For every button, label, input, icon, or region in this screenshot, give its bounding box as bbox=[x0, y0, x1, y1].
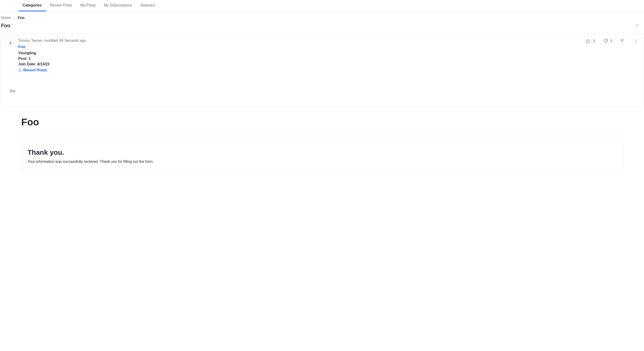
page-title: Foo bbox=[1, 23, 10, 29]
user-icon bbox=[8, 41, 12, 44]
post-join-date: Join Date: 4/13/23 bbox=[18, 62, 582, 66]
downvote-count: 0 bbox=[610, 39, 612, 43]
tab-my-posts[interactable]: My Posts bbox=[76, 0, 100, 11]
post-actions: 0 0 bbox=[586, 38, 638, 44]
breadcrumb-home-link[interactable]: Home bbox=[1, 16, 11, 20]
svg-point-0 bbox=[19, 69, 21, 71]
tab-recent-posts[interactable]: Recent Posts bbox=[46, 0, 76, 11]
search-icon bbox=[18, 68, 22, 72]
flag-button[interactable] bbox=[621, 38, 625, 44]
divider bbox=[21, 133, 623, 134]
tabs-navigation: Categories Recent Posts My Posts My Subs… bbox=[0, 0, 644, 12]
chevron-right-icon bbox=[13, 16, 16, 20]
svg-line-1 bbox=[21, 71, 22, 72]
thank-you-text: Your information was successfully receiv… bbox=[28, 160, 616, 164]
upvote-count: 0 bbox=[593, 39, 595, 43]
page-header: Foo bbox=[0, 22, 644, 34]
tab-categories[interactable]: Categories bbox=[18, 0, 46, 11]
form-heading: Foo bbox=[21, 116, 623, 128]
post-header: Tommy Tanner, modified 48 Seconds ago. F… bbox=[6, 38, 638, 73]
thumbs-down-icon bbox=[603, 39, 608, 44]
post-more-options-icon[interactable] bbox=[633, 39, 638, 44]
upvote-button[interactable]: 0 bbox=[586, 39, 595, 44]
post-count: Post: 1 bbox=[18, 56, 582, 61]
recent-posts-label: Recent Posts bbox=[23, 68, 47, 72]
recent-posts-link[interactable]: Recent Posts bbox=[18, 68, 47, 72]
thank-you-card: Thank you. Your information was successf… bbox=[21, 142, 623, 171]
post-byline: Tommy Tanner, modified 48 Seconds ago. bbox=[18, 38, 582, 43]
downvote-button[interactable]: 0 bbox=[603, 39, 612, 44]
breadcrumb-current: Foo bbox=[18, 16, 24, 20]
post-meta: Tommy Tanner, modified 48 Seconds ago. F… bbox=[18, 38, 582, 73]
avatar[interactable] bbox=[6, 38, 14, 47]
form-section: Foo Thank you. Your information was succ… bbox=[0, 108, 644, 171]
post-card: Tommy Tanner, modified 48 Seconds ago. F… bbox=[0, 34, 644, 108]
post-rank: Youngling bbox=[18, 51, 582, 55]
thumbs-up-icon bbox=[586, 39, 591, 44]
post-content: Bar bbox=[6, 89, 638, 93]
tab-statistics[interactable]: Statistics bbox=[136, 0, 159, 11]
flag-icon bbox=[621, 38, 625, 43]
post-title-link[interactable]: Foo bbox=[18, 44, 26, 49]
thank-you-title: Thank you. bbox=[28, 148, 616, 156]
more-options-icon[interactable] bbox=[635, 23, 640, 28]
tab-my-subscriptions[interactable]: My Subscriptions bbox=[100, 0, 136, 11]
breadcrumb: Home Foo bbox=[0, 12, 644, 22]
